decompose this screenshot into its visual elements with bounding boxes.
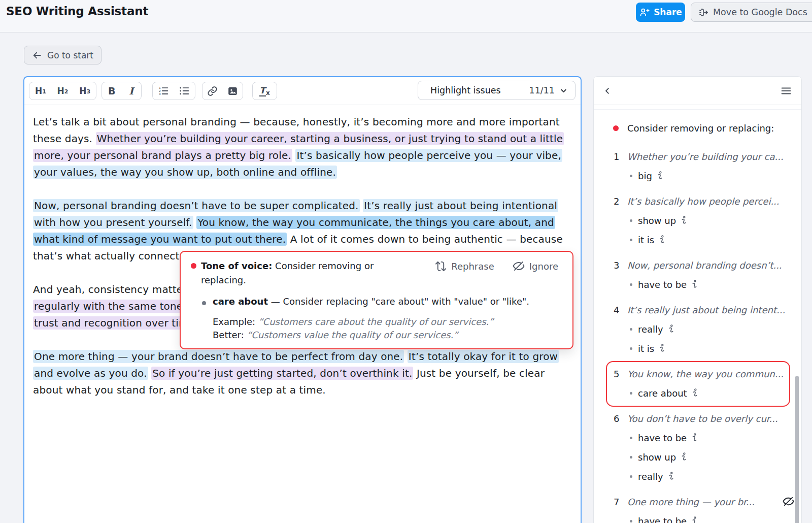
issue-word[interactable]: really <box>638 471 674 482</box>
link-button[interactable] <box>202 82 223 100</box>
italic-button[interactable]: I <box>122 82 142 100</box>
bullet-dot <box>630 456 632 459</box>
go-to-start-button[interactable]: Go to start <box>24 46 101 64</box>
issue-word-label: have to be <box>638 516 687 523</box>
info-icon[interactable] <box>692 433 697 442</box>
highlight-purple: So if you’re just getting started, don’t… <box>151 367 413 380</box>
info-icon[interactable] <box>681 216 687 225</box>
text-segment: A lot of it comes down to being authenti… <box>287 233 563 245</box>
issue-word-label: it is <box>638 235 654 245</box>
highlight-issues-label: Highlight issues <box>430 85 501 95</box>
heading-1-button[interactable]: H1 <box>29 82 52 100</box>
share-button[interactable]: Share <box>636 3 685 22</box>
tone-of-voice-popup: Tone of voice: Consider removing or repl… <box>180 251 573 349</box>
bullet-dot <box>630 437 632 439</box>
issue-word-row[interactable]: have to be <box>594 514 801 523</box>
issue-sentence[interactable]: It’s basically how people percei... <box>627 196 780 207</box>
text-line: Now, personal branding doesn’t have to b… <box>33 198 571 214</box>
info-icon[interactable] <box>668 324 674 334</box>
issue-word[interactable]: it is <box>638 343 665 354</box>
issue-item-title[interactable]: 1Whether you’re building your ca... <box>594 150 801 163</box>
info-icon[interactable] <box>681 452 687 462</box>
rule-label: Consider removing or replacing: <box>627 123 774 134</box>
issue-word-label: show up <box>638 215 676 226</box>
page-title: SEO Writing Assistant <box>6 5 148 18</box>
highlight-issues-dropdown[interactable]: Highlight issues 11/11 <box>418 81 576 100</box>
text-line: more, your personal brand plays a pretty… <box>33 147 571 164</box>
issue-word-label: big <box>638 171 652 181</box>
insert-image-button[interactable] <box>223 82 243 100</box>
heading-3-button[interactable]: H3 <box>74 82 96 100</box>
info-icon[interactable] <box>668 472 674 481</box>
issue-sentence[interactable]: Whether you’re building your ca... <box>627 151 784 162</box>
eye-slash-icon[interactable] <box>783 496 794 507</box>
issue-word[interactable]: really <box>638 324 674 335</box>
issue-word-row[interactable]: have to be <box>594 278 801 291</box>
move-to-google-docs-label: Move to Google Docs <box>713 7 807 17</box>
rephrase-button[interactable]: Rephrase <box>435 260 494 272</box>
issue-word-label: really <box>638 471 663 482</box>
issue-word[interactable]: it is <box>638 235 665 245</box>
move-to-google-docs-button[interactable]: Move to Google Docs <box>691 3 812 22</box>
issue-number: 7 <box>614 497 619 507</box>
issue-sentence[interactable]: One more thing — your br... <box>627 497 755 507</box>
highlight-blue: Now, personal branding doesn’t have to b… <box>33 199 360 212</box>
issue-word[interactable]: have to be <box>638 433 697 443</box>
svg-text:1: 1 <box>159 86 161 89</box>
popup-term: care about <box>213 296 268 307</box>
issue-word[interactable]: show up <box>638 215 687 226</box>
ignore-button[interactable]: Ignore <box>513 260 558 272</box>
example-quote: “Customers care about the quality of our… <box>258 316 494 327</box>
issue-item-title[interactable]: 2It’s basically how people percei... <box>594 194 801 208</box>
issue-word-row[interactable]: show up <box>594 450 801 464</box>
issue-sentence[interactable]: You don’t have to be overly cur... <box>627 413 778 424</box>
highlight-blue: It’s really just about being intentional <box>363 199 558 212</box>
issue-item-title[interactable]: 3Now, personal branding doesn’t... <box>594 258 801 272</box>
issues-panel-header <box>594 77 801 105</box>
issue-word-row[interactable]: big <box>594 169 801 182</box>
text-line: and evolve as you do. So if you’re just … <box>33 365 571 382</box>
issue-word-row[interactable]: really <box>594 470 801 483</box>
ordered-list-button[interactable]: 1 2 3 <box>153 82 174 100</box>
issue-number: 3 <box>614 260 619 271</box>
bold-button[interactable]: B <box>102 82 122 100</box>
svg-text:2: 2 <box>159 89 160 92</box>
issue-word[interactable]: big <box>638 171 663 181</box>
issue-word[interactable]: have to be <box>638 279 697 290</box>
highlight-blue: your values, the way you show up, both o… <box>33 166 337 179</box>
issue-word-row[interactable]: really <box>594 322 801 336</box>
text-line: what kind of message you want to put out… <box>33 231 571 248</box>
info-icon[interactable] <box>659 344 665 353</box>
issue-item-title[interactable]: 6You don’t have to be overly cur... <box>594 412 801 425</box>
bullet-list-icon <box>179 85 190 96</box>
bullet-dot <box>630 283 632 286</box>
info-icon[interactable] <box>657 171 663 180</box>
info-icon[interactable] <box>692 280 697 289</box>
issue-word-row[interactable]: it is <box>594 342 801 355</box>
issue-word[interactable]: have to be <box>638 516 697 523</box>
bullet-dot <box>630 475 632 478</box>
chevron-left-icon[interactable] <box>603 86 612 95</box>
issue-word[interactable]: show up <box>638 452 687 463</box>
highlight-purple: more, your personal brand plays a pretty… <box>33 149 292 162</box>
panel-scrollbar[interactable] <box>795 376 799 523</box>
issue-item-title[interactable]: 7One more thing — your br... <box>594 495 801 508</box>
info-icon[interactable] <box>692 516 697 523</box>
issue-sentence[interactable]: It’s really just about being intent... <box>627 305 785 315</box>
issue-item-title[interactable]: 4It’s really just about being intent... <box>594 303 801 316</box>
issue-word-row[interactable]: have to be <box>594 431 801 444</box>
menu-icon[interactable] <box>781 85 792 96</box>
popup-suggestion: care about — Consider replacing "care ab… <box>213 296 529 307</box>
heading-2-button[interactable]: H2 <box>52 82 74 100</box>
issue-word-row[interactable]: show up <box>594 214 801 227</box>
issue-word-row[interactable]: it is <box>594 233 801 246</box>
highlight-issues-count: 11/11 <box>529 85 555 95</box>
highlight-selected: what kind of message you want to put out… <box>33 233 287 246</box>
popup-actions: Rephrase Ignore <box>435 259 558 273</box>
issue-word-label: really <box>638 324 663 335</box>
info-icon[interactable] <box>659 235 665 244</box>
clear-formatting-button[interactable]: Tx <box>253 82 277 100</box>
issue-sentence[interactable]: Now, personal branding doesn’t... <box>627 260 782 271</box>
ignore-label: Ignore <box>529 261 558 272</box>
bullet-list-button[interactable] <box>174 82 195 100</box>
